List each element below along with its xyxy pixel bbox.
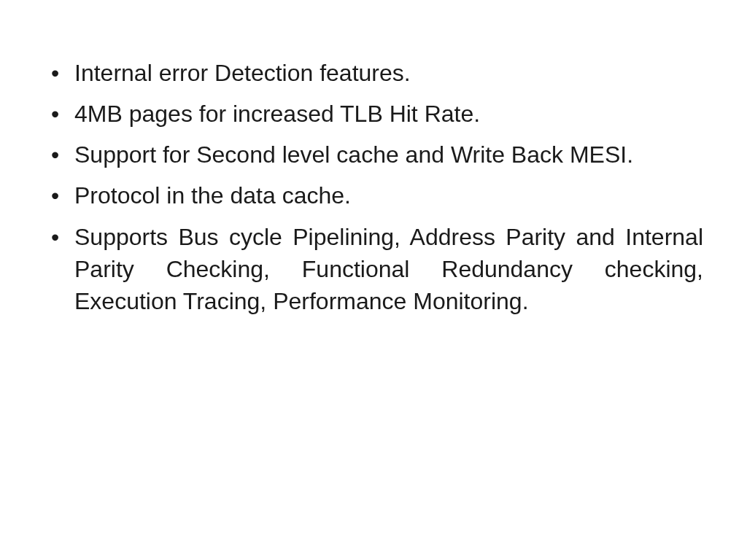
slide-content: Internal error Detection features. 4MB p… xyxy=(44,57,703,317)
list-item: 4MB pages for increased TLB Hit Rate. xyxy=(44,98,703,130)
list-item: Protocol in the data cache. xyxy=(44,179,703,211)
bullet-text: Support for Second level cache and Write… xyxy=(74,141,633,168)
bullet-text: Internal error Detection features. xyxy=(74,60,411,86)
bullet-text: Protocol in the data cache. xyxy=(74,182,351,209)
list-item: Internal error Detection features. xyxy=(44,57,703,89)
list-item: Support for Second level cache and Write… xyxy=(44,139,703,171)
bullet-text: Supports Bus cycle Pipelining, Address P… xyxy=(74,224,703,314)
bullet-text: 4MB pages for increased TLB Hit Rate. xyxy=(74,101,480,127)
bullet-list: Internal error Detection features. 4MB p… xyxy=(44,57,703,317)
list-item: Supports Bus cycle Pipelining, Address P… xyxy=(44,221,703,317)
